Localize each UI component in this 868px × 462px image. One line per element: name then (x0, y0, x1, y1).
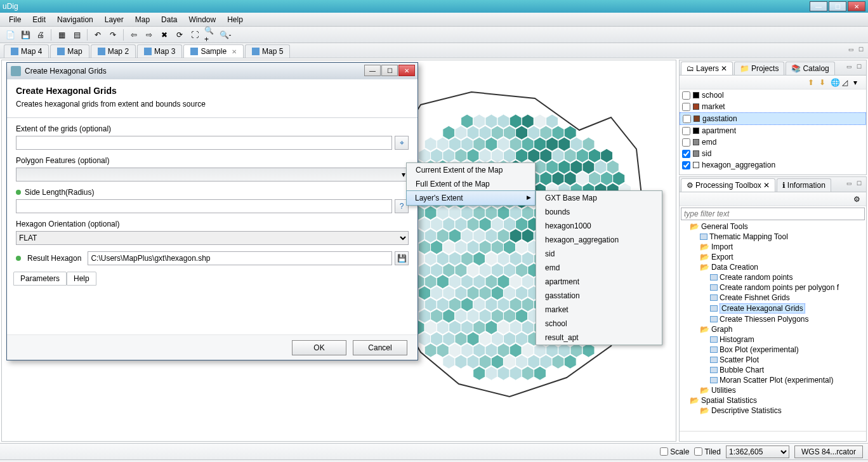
submenu-item[interactable]: market (536, 303, 662, 317)
maximize-icon[interactable]: ☐ (855, 179, 864, 188)
toolbox-tree[interactable]: 📂General ToolsThematic Mapping Tool📂Impo… (680, 221, 866, 431)
submenu-item[interactable]: emd (536, 261, 662, 275)
extent-picker-button[interactable]: ⌖ (395, 136, 409, 150)
tab-map2[interactable]: Map 2 (91, 44, 136, 58)
horizontal-scrollbar[interactable] (680, 431, 866, 441)
side-input[interactable] (16, 199, 392, 213)
menu-layers-extent[interactable]: Layer's Extent (406, 190, 536, 206)
filter-icon[interactable]: ▾ (853, 78, 862, 87)
layer-item[interactable]: sid (680, 148, 866, 159)
tab-layers[interactable]: 🗂 Layers ✕ (681, 62, 733, 75)
result-input[interactable] (88, 251, 392, 265)
tiled-checkbox[interactable]: Tiled (694, 447, 721, 456)
minimize-icon[interactable]: ▭ (845, 179, 853, 188)
maximize-icon[interactable]: ☐ (857, 45, 865, 54)
scale-select[interactable]: 1:362,605 (726, 446, 789, 458)
orient-select[interactable]: FLAT (16, 231, 409, 245)
tree-node[interactable]: 📂General Tools (690, 221, 866, 232)
tree-node[interactable]: Create Hexagonal Grids (710, 303, 866, 314)
layer-item[interactable]: hexagon_aggregation (680, 159, 866, 171)
cancel-button[interactable]: Cancel (353, 340, 407, 355)
minimize-button[interactable]: — (810, 1, 827, 11)
undo-icon[interactable]: ↶ (91, 29, 104, 41)
close-icon[interactable]: ✕ (721, 64, 727, 73)
tree-node[interactable]: Histogram (710, 334, 866, 345)
layer-checkbox[interactable] (682, 91, 690, 100)
tab-sample[interactable]: Sample✕ (183, 44, 244, 58)
submenu-item[interactable]: apartment (536, 275, 662, 289)
menu-layer[interactable]: Layer (100, 14, 129, 25)
submenu-item[interactable]: hexagon_aggregation (536, 233, 662, 247)
back-icon[interactable]: ⇦ (128, 29, 140, 41)
tree-node[interactable]: 📂Graph (700, 324, 866, 334)
tree-node[interactable]: Scatter Plot (710, 355, 866, 365)
tree-node[interactable]: Moran Scatter Plot (experimental) (710, 375, 866, 385)
tab-map3[interactable]: Map 3 (137, 44, 182, 58)
tab-projects[interactable]: 📁 Projects (734, 62, 784, 75)
tab-processing-toolbox[interactable]: ⚙ Processing Toolbox ✕ (681, 178, 775, 192)
redo-icon[interactable]: ↷ (107, 29, 119, 41)
layer-item[interactable]: gasstation (680, 112, 866, 125)
refresh-icon[interactable]: ⟳ (173, 29, 186, 41)
maximize-icon[interactable]: ☐ (855, 62, 864, 71)
move-up-icon[interactable]: ⬆ (808, 78, 817, 87)
tree-node[interactable]: 📂Data Creation (700, 262, 866, 272)
close-icon[interactable]: ✕ (763, 181, 770, 190)
layer-checkbox[interactable] (682, 161, 690, 169)
submenu-item[interactable]: GXT Base Map (536, 191, 662, 205)
close-icon[interactable]: ✕ (232, 48, 237, 55)
scale-checkbox[interactable]: Scale (660, 447, 689, 456)
tree-node[interactable]: 📂Import (700, 242, 866, 252)
layer-item[interactable]: apartment (680, 125, 866, 136)
maximize-button[interactable]: ☐ (829, 1, 846, 11)
tree-node[interactable]: Bubble Chart (710, 365, 866, 375)
menu-full-extent[interactable]: Full Extent of the Map (407, 177, 535, 191)
tree-node[interactable]: 📂Descriptive Statistics (700, 406, 866, 416)
result-browse-button[interactable]: 💾 (395, 251, 409, 265)
menu-map[interactable]: Map (130, 14, 155, 25)
layer-checkbox[interactable] (682, 150, 690, 158)
layer-checkbox[interactable] (683, 115, 691, 123)
submenu-item[interactable]: result_apt (536, 331, 662, 345)
layer-checkbox[interactable] (682, 103, 690, 111)
menu-edit[interactable]: Edit (27, 14, 51, 25)
menu-help[interactable]: Help (222, 14, 248, 25)
menu-current-extent[interactable]: Current Extent of the Map (407, 163, 535, 177)
close-button[interactable]: ✕ (848, 1, 865, 11)
tree-node[interactable]: Create random points per polygon f (710, 282, 866, 293)
stop-icon[interactable]: ✖ (158, 29, 171, 41)
gear-icon[interactable]: ⚙ (853, 195, 862, 204)
submenu-item[interactable]: hexagon1000 (536, 219, 662, 233)
tree-node[interactable]: 📂Spatial Statistics (690, 395, 866, 406)
extent-icon[interactable]: ⛶ (188, 29, 201, 41)
tab-parameters[interactable]: Parameters (13, 272, 67, 286)
tab-map[interactable]: Map (50, 44, 89, 58)
tab-map5[interactable]: Map 5 (245, 44, 290, 58)
filter-input[interactable] (681, 208, 865, 220)
layer-item[interactable]: market (680, 101, 866, 112)
save-icon[interactable]: 💾 (19, 29, 32, 41)
tree-node[interactable]: Thematic Mapping Tool (700, 232, 866, 242)
globe-icon[interactable]: 🌐 (831, 78, 839, 87)
tree-node[interactable]: 📂Utilities (700, 385, 866, 395)
menu-navigation[interactable]: Navigation (52, 14, 98, 25)
fwd-icon[interactable]: ⇨ (143, 29, 155, 41)
tab-map4[interactable]: Map 4 (4, 44, 49, 58)
minimize-icon[interactable]: ▭ (846, 45, 855, 54)
zoomout-icon[interactable]: 🔍- (219, 29, 232, 41)
layer-item[interactable]: school (680, 89, 866, 101)
tree-node[interactable]: Box Plot (experimental) (710, 345, 866, 355)
dialog-minimize-button[interactable]: — (364, 65, 381, 76)
extent-input[interactable] (16, 136, 392, 150)
tab-catalog[interactable]: 📚 Catalog (786, 62, 834, 75)
menu-file[interactable]: File (4, 14, 26, 25)
menu-window[interactable]: Window (183, 14, 221, 25)
dialog-titlebar[interactable]: Create Hexagonal Grids — ☐ ✕ (7, 63, 418, 79)
layer-checkbox[interactable] (682, 138, 690, 147)
layer-item[interactable]: emd (680, 136, 866, 148)
tab-information[interactable]: ℹ Information (777, 178, 831, 192)
menu-data[interactable]: Data (156, 14, 182, 25)
tree-node[interactable]: 📂Export (700, 252, 866, 262)
submenu-item[interactable]: gasstation (536, 289, 662, 303)
ok-button[interactable]: OK (292, 340, 346, 355)
